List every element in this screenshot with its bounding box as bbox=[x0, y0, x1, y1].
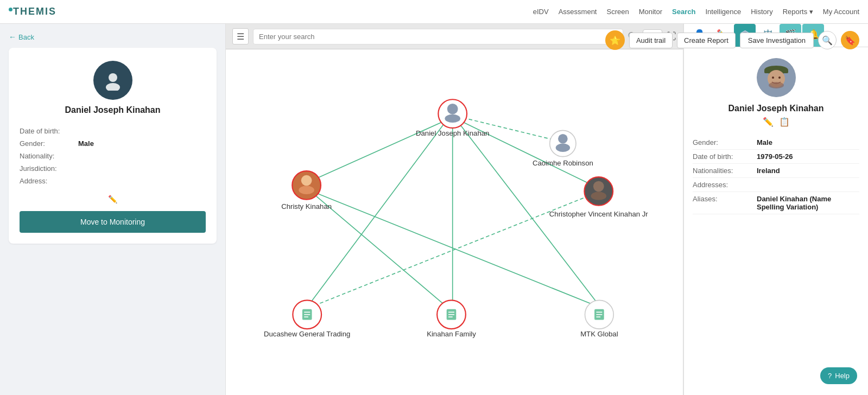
dob-row: Date of birth: bbox=[20, 125, 206, 137]
back-link[interactable]: Back bbox=[9, 33, 217, 41]
right-nationalities-row: Nationalities: Ireland bbox=[693, 164, 859, 178]
help-icon: ? bbox=[828, 372, 832, 380]
person-details: Date of birth: Gender: Male Nationality:… bbox=[20, 125, 206, 187]
save-investigation-button[interactable]: Save Investigation bbox=[740, 33, 814, 48]
gender-row: Gender: Male bbox=[20, 137, 206, 150]
address-label: Address: bbox=[20, 177, 74, 185]
nav-reports[interactable]: Reports ▾ bbox=[783, 8, 813, 16]
star-button[interactable]: ⭐ bbox=[605, 30, 625, 50]
logo: THEMIS bbox=[9, 6, 56, 17]
menu-button[interactable]: ☰ bbox=[232, 28, 249, 44]
nav-eidv[interactable]: eIDV bbox=[533, 8, 549, 16]
jurisdiction-label: Jurisdiction: bbox=[20, 164, 74, 173]
right-aliases-value: Daniel Kinahan (Name Spelling Variation) bbox=[757, 195, 859, 211]
center-panel: ☰ 🔍 Fit ⛶ bbox=[225, 24, 683, 395]
node-mtk-label: MTK Global bbox=[580, 330, 618, 338]
svg-point-8 bbox=[593, 181, 604, 192]
right-addresses-label: Addresses: bbox=[693, 181, 752, 189]
logo-text: THEMIS bbox=[13, 6, 56, 17]
node-cr-label: Caoimhe Robinson bbox=[533, 159, 593, 167]
topnav-links: eIDV Assessment Screen Monitor Search In… bbox=[533, 8, 859, 16]
edit-icon-row[interactable]: ✏️ bbox=[108, 195, 117, 203]
right-dob-label: Date of birth: bbox=[693, 152, 752, 161]
nationality-row: Nationality: bbox=[20, 150, 206, 162]
right-person-avatar bbox=[693, 58, 859, 97]
nav-screen[interactable]: Screen bbox=[606, 8, 629, 16]
jurisdiction-row: Jurisdiction: bbox=[20, 162, 206, 175]
create-report-button[interactable]: Create Report bbox=[677, 33, 736, 48]
graph-svg: Daniel Joseph Kinahan Caoimhe Robinson C… bbox=[226, 49, 683, 395]
help-label: Help bbox=[835, 372, 850, 380]
person-avatar bbox=[93, 61, 132, 100]
svg-point-6 bbox=[301, 175, 312, 186]
action-bar: ⭐ Audit trail Create Report Save Investi… bbox=[605, 30, 859, 50]
node-djk-label: Daniel Joseph Kinahan bbox=[416, 129, 489, 137]
graph-search-input[interactable] bbox=[253, 29, 623, 44]
person-card: Daniel Joseph Kinahan Date of birth: Gen… bbox=[9, 48, 217, 244]
graph-area: Daniel Joseph Kinahan Caoimhe Robinson C… bbox=[226, 49, 683, 395]
right-addresses-row: Addresses: bbox=[693, 178, 859, 192]
node-kf-label: Kinahan Family bbox=[427, 330, 476, 338]
right-gender-row: Gender: Male bbox=[693, 136, 859, 150]
right-panel: 👤 ✏️ 🏛️ ⚖️ 🎬 🔔 bbox=[683, 24, 868, 395]
node-ck-label: Christy Kinahan bbox=[281, 202, 332, 211]
svg-point-7 bbox=[299, 186, 314, 194]
main-layout: Back Daniel Joseph Kinahan Date of birth… bbox=[0, 24, 868, 395]
right-aliases-label: Aliases: bbox=[693, 195, 752, 211]
right-detail-table: Gender: Male Date of birth: 1979-05-26 N… bbox=[693, 136, 859, 214]
nationality-label: Nationality: bbox=[20, 152, 74, 160]
svg-point-5 bbox=[556, 144, 570, 152]
right-nationalities-label: Nationalities: bbox=[693, 167, 752, 175]
audit-trail-button[interactable]: Audit trail bbox=[629, 33, 673, 48]
edit-pencil-icon[interactable]: ✏️ bbox=[763, 117, 774, 127]
edge-djk-dgt bbox=[308, 118, 448, 305]
dob-label: Date of birth: bbox=[20, 127, 74, 135]
gender-value: Male bbox=[78, 139, 94, 148]
node-dgt-label: Ducashew General Trading bbox=[264, 330, 350, 338]
svg-point-28 bbox=[769, 82, 784, 88]
edge-ck-mtk bbox=[307, 189, 596, 305]
svg-point-26 bbox=[772, 77, 774, 79]
nav-assessment[interactable]: Assessment bbox=[559, 8, 597, 16]
bookmark-icon-button[interactable]: 🔖 bbox=[841, 31, 859, 49]
copy-icon[interactable]: 📋 bbox=[779, 117, 790, 127]
right-person-name: Daniel Joseph Kinahan bbox=[693, 104, 859, 113]
svg-point-9 bbox=[591, 192, 607, 200]
svg-point-3 bbox=[445, 114, 460, 123]
nav-my-account[interactable]: My Account bbox=[823, 8, 859, 16]
gender-label: Gender: bbox=[20, 139, 74, 148]
svg-point-4 bbox=[558, 134, 568, 144]
right-dob-row: Date of birth: 1979-05-26 bbox=[693, 150, 859, 164]
topnav: THEMIS eIDV Assessment Screen Monitor Se… bbox=[0, 0, 868, 24]
right-dob-value: 1979-05-26 bbox=[757, 152, 793, 161]
svg-point-0 bbox=[109, 73, 117, 82]
edge-djk-cr bbox=[452, 115, 562, 142]
address-row: Address: bbox=[20, 175, 206, 187]
nav-monitor[interactable]: Monitor bbox=[639, 8, 662, 16]
right-avatar-image bbox=[757, 58, 796, 97]
edge-djk-ck bbox=[305, 118, 451, 183]
svg-point-1 bbox=[106, 83, 120, 91]
right-gender-label: Gender: bbox=[693, 138, 752, 146]
search-icon-button[interactable]: 🔍 bbox=[818, 31, 837, 49]
nav-history[interactable]: History bbox=[751, 8, 772, 16]
svg-point-27 bbox=[778, 77, 781, 79]
nav-intelligence[interactable]: Intelligence bbox=[705, 8, 741, 16]
svg-point-2 bbox=[447, 104, 458, 114]
right-nationalities-value: Ireland bbox=[757, 167, 780, 175]
right-aliases-row: Aliases: Daniel Kinahan (Name Spelling V… bbox=[693, 192, 859, 214]
left-panel: Back Daniel Joseph Kinahan Date of birth… bbox=[0, 24, 225, 395]
right-gender-value: Male bbox=[757, 138, 772, 146]
right-action-icons: ✏️ 📋 bbox=[693, 117, 859, 127]
person-name: Daniel Joseph Kinahan bbox=[65, 105, 160, 115]
monitor-button[interactable]: Move to Monitoring bbox=[20, 211, 206, 233]
help-button[interactable]: ? Help bbox=[820, 367, 857, 384]
node-cvkj-label: Christopher Vincent Kinahan Jr bbox=[549, 210, 648, 218]
right-content: Daniel Joseph Kinahan ✏️ 📋 Gender: Male … bbox=[684, 47, 868, 225]
edge-djk-cvkj bbox=[454, 118, 598, 187]
nav-search[interactable]: Search bbox=[672, 8, 695, 16]
